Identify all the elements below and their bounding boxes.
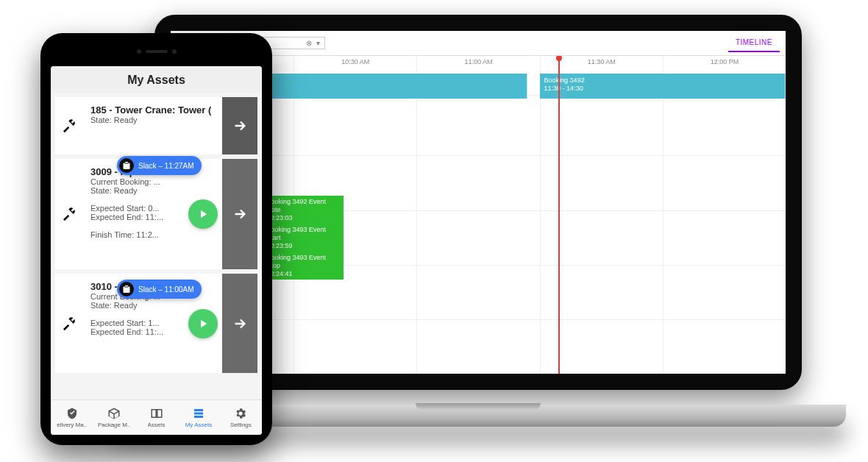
tab-timeline[interactable]: TIMELINE — [728, 34, 780, 52]
nav-my-assets[interactable]: My Assets — [177, 400, 219, 435]
card-body: 3009 - Pipe Load Current Booking: ... St… — [88, 159, 184, 269]
booking-title: Booking 3492 — [544, 77, 780, 85]
asset-card[interactable]: 3009 - Pipe Load Current Booking: ... St… — [55, 159, 257, 269]
axis-tick: 12:00 PM — [663, 56, 786, 71]
tools-icon — [55, 274, 88, 373]
event-note[interactable]: Booking 3493 Event Stop 10:24:41 — [263, 252, 344, 280]
asset-title: 185 - Tower Crane: Tower ( — [90, 104, 219, 115]
nav-assets[interactable]: Assets — [135, 400, 177, 435]
clipboard-icon — [119, 282, 134, 296]
chevron-down-icon[interactable]: ▾ — [316, 39, 320, 47]
clipboard-icon — [119, 158, 134, 173]
tools-icon — [55, 97, 88, 154]
card-body: 185 - Tower Crane: Tower ( State: Ready — [88, 97, 222, 154]
axis-tick: 11:00 AM — [416, 56, 539, 71]
booking-time: 11:30 - 14:30 — [544, 85, 780, 93]
nav-package[interactable]: Package M.. — [93, 400, 135, 435]
app-screen: My Assets 185 - Tower Crane: Tower ( Sta… — [51, 66, 262, 435]
notification-pill[interactable]: Slack – 11:27AM — [117, 156, 202, 175]
bottom-nav: elivery Ma.. Package M.. Assets My Asset… — [51, 399, 262, 435]
asset-card[interactable]: 185 - Tower Crane: Tower ( State: Ready — [55, 97, 257, 154]
nav-settings[interactable]: Settings — [220, 400, 262, 435]
asset-list[interactable]: 185 - Tower Crane: Tower ( State: Ready … — [51, 93, 262, 399]
phone-sensors — [137, 49, 177, 54]
clear-icon[interactable]: ⊗ — [306, 39, 312, 47]
nav-delivery[interactable]: elivery Ma.. — [51, 400, 93, 435]
phone-device: My Assets 185 - Tower Crane: Tower ( Sta… — [40, 33, 272, 445]
notification-text: Slack – 11:27AM — [138, 162, 194, 170]
booking-block[interactable]: Booking 3492 11:30 - 14:30 — [540, 74, 786, 99]
current-time-line — [558, 56, 560, 374]
tools-icon — [55, 159, 88, 269]
notification-pill[interactable]: Slack – 11:00AM — [117, 280, 202, 299]
event-note[interactable]: Booking 3492 Event Note 10:23:03 — [263, 196, 344, 224]
card-open-button[interactable] — [222, 274, 257, 373]
notification-text: Slack – 11:00AM — [138, 285, 194, 294]
card-open-button[interactable] — [222, 97, 257, 154]
event-note[interactable]: Booking 3493 Event Start 10:23:59 — [263, 224, 344, 252]
play-button[interactable] — [188, 309, 218, 338]
card-open-button[interactable] — [222, 159, 257, 269]
axis-tick: 10:30 AM — [294, 56, 416, 71]
asset-line: State: Ready — [90, 115, 219, 124]
page-title: My Assets — [51, 66, 262, 93]
play-button[interactable] — [188, 199, 218, 229]
